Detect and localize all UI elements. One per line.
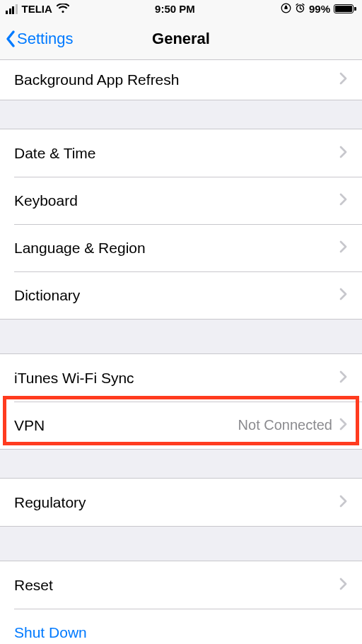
chevron-right-icon [339,145,348,162]
chevron-right-icon [339,71,348,88]
cell-vpn[interactable]: VPN Not Connected [0,402,362,449]
cell-keyboard[interactable]: Keyboard [0,177,362,224]
chevron-right-icon [339,287,348,304]
battery-icon [334,4,356,13]
carrier-label: TELIA [22,3,52,15]
chevron-left-icon [4,29,17,49]
back-button[interactable]: Settings [4,29,74,49]
wifi-icon [57,4,69,15]
cell-detail: Not Connected [238,417,332,433]
settings-group-0: Background App Refresh [0,60,362,100]
cell-label: VPN [14,417,238,434]
cell-label: Shut Down [14,624,348,641]
settings-group-3: Regulatory [0,478,362,527]
chevron-right-icon [339,577,348,594]
nav-bar: Settings General [0,18,362,60]
status-left: TELIA [6,3,69,15]
cell-dictionary[interactable]: Dictionary [0,271,362,319]
section-gap [0,527,362,561]
page-title: General [152,30,210,48]
section-gap [0,100,362,129]
status-time: 9:50 PM [155,3,195,15]
cell-label: Keyboard [14,192,339,209]
orientation-lock-icon [281,3,291,16]
settings-group-1: Date & Time Keyboard Language & Region D… [0,129,362,320]
cell-language-region[interactable]: Language & Region [0,224,362,271]
cell-background-app-refresh[interactable]: Background App Refresh [0,60,362,100]
cell-reset[interactable]: Reset [0,561,362,609]
cell-label: Language & Region [14,240,339,257]
status-right: 99% [281,3,356,16]
chevron-right-icon [339,240,348,257]
battery-percent: 99% [309,3,330,15]
alarm-icon [295,3,305,16]
cell-itunes-wifi-sync[interactable]: iTunes Wi-Fi Sync [0,354,362,402]
chevron-right-icon [339,417,348,434]
cell-date-time[interactable]: Date & Time [0,129,362,177]
cell-regulatory[interactable]: Regulatory [0,479,362,526]
settings-group-4: Reset Shut Down [0,561,362,644]
signal-icon [6,4,18,14]
chevron-right-icon [339,370,348,387]
cell-label: Background App Refresh [14,71,339,88]
cell-label: Date & Time [14,145,339,162]
cell-label: Reset [14,577,339,594]
chevron-right-icon [339,192,348,209]
cell-label: Regulatory [14,494,339,511]
settings-group-2: iTunes Wi-Fi Sync VPN Not Connected [0,353,362,450]
cell-label: Dictionary [14,287,339,304]
section-gap [0,450,362,478]
cell-label: iTunes Wi-Fi Sync [14,370,339,387]
back-label: Settings [17,30,74,48]
status-bar: TELIA 9:50 PM 99% [0,0,362,18]
chevron-right-icon [339,494,348,511]
section-gap [0,320,362,353]
cell-shut-down[interactable]: Shut Down [0,609,362,644]
